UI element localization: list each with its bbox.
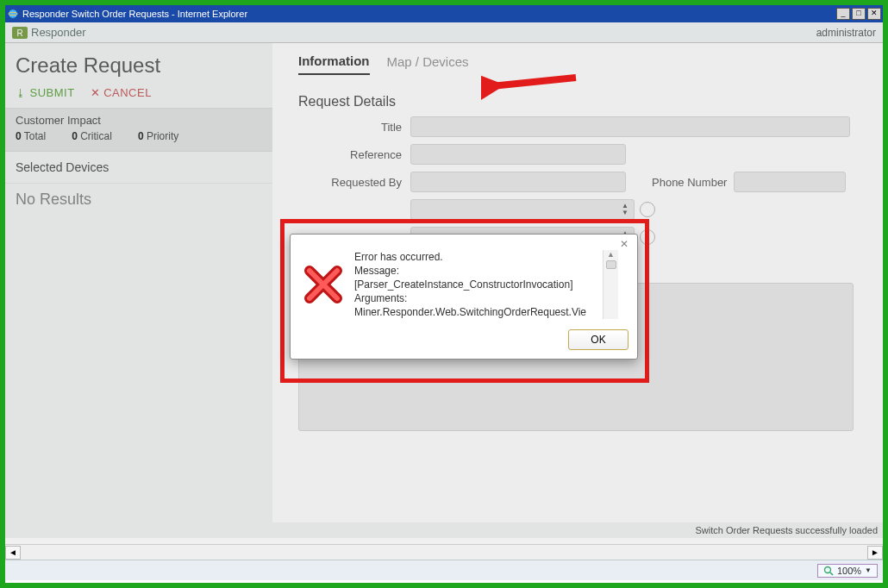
error-message: Error has occurred. Message: [Parser_Cre… xyxy=(354,250,596,319)
dialog-close-button[interactable]: ✕ xyxy=(616,238,632,250)
selected-devices-header: Selected Devices xyxy=(5,152,272,184)
current-user: administrator xyxy=(816,27,876,39)
title-input[interactable] xyxy=(410,116,850,137)
request-details-header: Request Details xyxy=(298,94,872,109)
left-pane: Create Request ⭳ SUBMIT ✕ CANCEL Custome… xyxy=(5,43,272,522)
zoom-level: 100% xyxy=(837,566,861,576)
error-icon xyxy=(299,250,347,319)
cancel-label: CANCEL xyxy=(103,86,152,99)
brand-logo-icon: R xyxy=(12,27,28,39)
zoom-control[interactable]: 100% ▼ xyxy=(817,564,878,578)
download-icon: ⭳ xyxy=(16,87,27,99)
selected-devices-empty: No Results xyxy=(5,184,272,216)
ie-titlebar: Responder Switch Order Requests - Intern… xyxy=(5,5,883,22)
impact-priority: 0 Priority xyxy=(138,130,178,142)
page-title: Create Request xyxy=(5,43,272,83)
status-message: Switch Order Requests successfully loade… xyxy=(695,525,878,535)
ie-status-bar: 100% ▼ xyxy=(5,560,883,580)
reference-input[interactable] xyxy=(410,144,626,165)
tab-map-devices[interactable]: Map / Devices xyxy=(387,54,469,74)
zoom-dropdown-icon[interactable]: ▼ xyxy=(865,566,872,574)
minimize-button[interactable]: _ xyxy=(836,8,850,20)
svg-text:R: R xyxy=(16,28,22,38)
tab-information[interactable]: Information xyxy=(298,53,370,75)
submit-label: SUBMIT xyxy=(30,86,75,99)
svg-line-6 xyxy=(830,572,833,575)
status-bar: Switch Order Requests successfully loade… xyxy=(5,522,883,538)
clock-icon[interactable] xyxy=(640,202,655,217)
requested-by-label: Requested By xyxy=(298,176,410,189)
phone-input[interactable] xyxy=(734,172,846,192)
maximize-button[interactable]: □ xyxy=(852,8,866,20)
scroll-left-button[interactable]: ◄ xyxy=(5,546,21,560)
dialog-scrollbar[interactable]: ▲ xyxy=(603,250,618,319)
scroll-right-button[interactable]: ► xyxy=(867,546,883,560)
cancel-button[interactable]: ✕ CANCEL xyxy=(91,86,152,99)
ok-button[interactable]: OK xyxy=(568,329,628,350)
svg-point-0 xyxy=(9,9,18,19)
svg-point-5 xyxy=(824,566,830,572)
close-button[interactable]: ✕ xyxy=(867,8,881,20)
brand-bar: R Responder administrator xyxy=(5,22,883,43)
reference-label: Reference xyxy=(298,148,410,161)
error-dialog: ✕ Error has occurred. Message: [Parser_C… xyxy=(290,234,638,360)
datetime-field-1[interactable]: ▲▼ xyxy=(410,199,635,220)
requested-by-input[interactable] xyxy=(410,172,626,192)
brand-name: Responder xyxy=(31,26,86,39)
phone-label: Phone Number xyxy=(652,176,727,189)
magnifier-icon xyxy=(823,566,834,576)
horizontal-scrollbar[interactable]: ◄ ► xyxy=(5,544,883,560)
clock-icon[interactable] xyxy=(640,229,655,245)
title-label: Title xyxy=(298,121,410,134)
customer-impact: Customer Impact 0 Total 0 Critical 0 Pri… xyxy=(5,108,272,152)
ie-icon xyxy=(7,8,19,20)
impact-critical: 0 Critical xyxy=(72,130,112,142)
impact-total: 0 Total xyxy=(16,130,46,142)
customer-impact-title: Customer Impact xyxy=(16,114,262,127)
close-icon: ✕ xyxy=(91,86,101,99)
submit-button[interactable]: ⭳ SUBMIT xyxy=(16,86,75,99)
window-title: Responder Switch Order Requests - Intern… xyxy=(22,9,836,19)
